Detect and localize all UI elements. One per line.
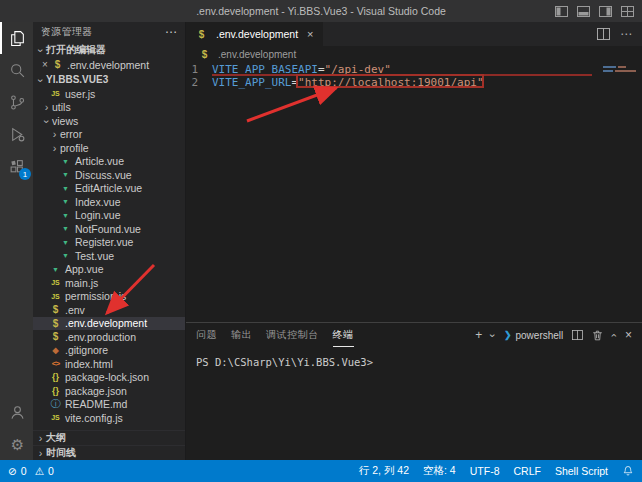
env-file-icon: $ — [49, 318, 62, 329]
tree-item-selected[interactable]: $.env.development — [33, 317, 185, 331]
toggle-sidebar-icon[interactable] — [555, 6, 568, 17]
json-icon: {} — [49, 386, 62, 396]
maximize-panel-icon[interactable]: › — [609, 333, 620, 337]
settings-gear-icon[interactable]: ⚙ — [0, 428, 33, 460]
activity-bar: 1 ⚙ — [0, 22, 33, 460]
sidebar-explorer: 资源管理器 ⋯ › 打开的编辑器 × $ .env.development › … — [33, 22, 186, 460]
tree-item[interactable]: ▼NotFound.vue — [33, 222, 185, 236]
powershell-icon: ❯ — [504, 330, 512, 340]
eol-setting[interactable]: CRLF — [513, 465, 540, 477]
tree-item[interactable]: JSuser.js — [33, 87, 185, 101]
tree-item[interactable]: ▼Test.vue — [33, 249, 185, 263]
tree-item[interactable]: ▼Login.vue — [33, 209, 185, 223]
tree-item[interactable]: ◆.gitignore — [33, 344, 185, 358]
tree-item[interactable]: $.env.production — [33, 330, 185, 344]
editor-tab-bar: $ .env.development × ⋯ — [186, 22, 642, 46]
new-terminal-icon[interactable]: + — [475, 329, 482, 341]
sidebar-title: 资源管理器 — [41, 25, 93, 39]
split-editor-icon[interactable] — [597, 28, 610, 40]
tree-item-label: Login.vue — [75, 209, 121, 221]
tab-problems[interactable]: 问题 — [196, 323, 217, 347]
editor-actions: ⋯ — [597, 22, 642, 46]
timeline-section-header[interactable]: › 时间线 — [33, 445, 185, 460]
equals-operator: = — [291, 76, 298, 89]
tree-item[interactable]: ▼App.vue — [33, 263, 185, 277]
terminal-output[interactable]: PS D:\CSharp\Yi\Yi.BBS.Vue3> — [186, 347, 642, 368]
vue-icon: ▼ — [59, 239, 72, 246]
terminal-dropdown-icon[interactable]: › — [488, 333, 499, 337]
breadcrumb-filename: .env.development — [218, 49, 296, 60]
vue-icon: ▼ — [59, 198, 72, 205]
javascript-icon: JS — [49, 293, 62, 300]
tree-item-label: .gitignore — [65, 344, 108, 356]
tree-item-folder[interactable]: ›views — [33, 114, 185, 128]
account-icon[interactable] — [0, 396, 33, 428]
tree-item[interactable]: {}package.json — [33, 384, 185, 398]
split-terminal-icon[interactable] — [572, 330, 583, 340]
open-editors-section-header[interactable]: › 打开的编辑器 — [33, 42, 185, 57]
tree-item[interactable]: ▼Discuss.vue — [33, 168, 185, 182]
tree-item[interactable]: JSvite.config.js — [33, 411, 185, 425]
error-count: 0 — [21, 465, 27, 477]
tree-item[interactable]: ▼Index.vue — [33, 195, 185, 209]
tree-item[interactable]: ▼Article.vue — [33, 155, 185, 169]
equals-operator: = — [318, 63, 325, 76]
close-icon[interactable]: × — [39, 59, 51, 70]
vue-icon: ▼ — [59, 252, 72, 259]
tree-item-folder[interactable]: ›error — [33, 128, 185, 142]
extensions-icon[interactable]: 1 — [0, 150, 33, 182]
tree-item-folder[interactable]: ›profile — [33, 141, 185, 155]
open-editor-item[interactable]: × $ .env.development — [33, 57, 185, 72]
breadcrumb[interactable]: $ .env.development — [186, 46, 642, 62]
tree-item[interactable]: JSpermission.js — [33, 290, 185, 304]
env-value: "http://localhost:19001/api" — [298, 76, 483, 89]
customize-layout-icon[interactable] — [621, 6, 634, 17]
explorer-icon[interactable] — [0, 22, 33, 54]
shell-selector[interactable]: ❯ powershell — [504, 330, 563, 341]
chevron-right-icon: › — [49, 128, 60, 140]
project-section-header[interactable]: › YI.BBS.VUE3 — [33, 72, 185, 87]
tree-item-label: utils — [52, 101, 71, 113]
more-actions-icon[interactable]: ⋯ — [165, 25, 177, 39]
tree-item[interactable]: $.env — [33, 303, 185, 317]
outline-label: 大纲 — [46, 431, 66, 445]
file-tree: JSuser.js ›utils ›views ›error ›profile … — [33, 87, 185, 430]
status-bar: ⊘ 0 ⚠ 0 行 2, 列 42 空格: 4 UTF-8 CRLF Shell… — [0, 460, 642, 482]
tab-output[interactable]: 输出 — [231, 323, 252, 347]
toggle-secondary-sidebar-icon[interactable] — [599, 6, 612, 17]
close-panel-icon[interactable]: × — [625, 329, 632, 341]
cursor-position[interactable]: 行 2, 列 42 — [359, 464, 409, 478]
tab-debug-console[interactable]: 调试控制台 — [266, 323, 319, 347]
language-mode[interactable]: Shell Script — [555, 465, 608, 477]
indentation-setting[interactable]: 空格: 4 — [423, 464, 456, 478]
source-control-icon[interactable] — [0, 86, 33, 118]
toggle-panel-icon[interactable] — [577, 6, 590, 17]
vue-icon: ▼ — [59, 158, 72, 165]
tree-item-folder[interactable]: ›utils — [33, 101, 185, 115]
kill-terminal-trash-icon[interactable] — [592, 330, 603, 341]
tree-item[interactable]: ▼Register.vue — [33, 236, 185, 250]
tree-item[interactable]: ⓘREADME.md — [33, 398, 185, 412]
tree-item-label: main.js — [65, 277, 98, 289]
code-area[interactable]: 1VITE_APP_BASEAPI="/api-dev" 2VITE_APP_U… — [186, 62, 642, 322]
tab-env-development[interactable]: $ .env.development × — [186, 22, 323, 46]
tree-item[interactable]: ▼EditArticle.vue — [33, 182, 185, 196]
tree-item[interactable]: <>index.html — [33, 357, 185, 371]
close-tab-icon[interactable]: × — [307, 28, 313, 40]
tree-item[interactable]: JSmain.js — [33, 276, 185, 290]
env-file-icon: $ — [49, 304, 62, 315]
run-debug-icon[interactable] — [0, 118, 33, 150]
vue-icon: ▼ — [59, 212, 72, 219]
outline-section-header[interactable]: › 大纲 — [33, 430, 185, 445]
more-actions-icon[interactable]: ⋯ — [620, 27, 632, 41]
notifications-bell-icon[interactable] — [622, 465, 634, 477]
tab-terminal[interactable]: 终端 — [333, 323, 354, 347]
env-file-icon: $ — [195, 29, 208, 40]
search-icon[interactable] — [0, 54, 33, 86]
javascript-icon: JS — [49, 279, 62, 286]
problems-status[interactable]: ⊘ 0 ⚠ 0 — [8, 465, 54, 477]
encoding-setting[interactable]: UTF-8 — [470, 465, 500, 477]
panel-tab-bar: 问题 输出 调试控制台 终端 + › ❯ powershell › × — [186, 323, 642, 347]
tree-item[interactable]: {}package-lock.json — [33, 371, 185, 385]
minimap[interactable] — [600, 64, 640, 74]
